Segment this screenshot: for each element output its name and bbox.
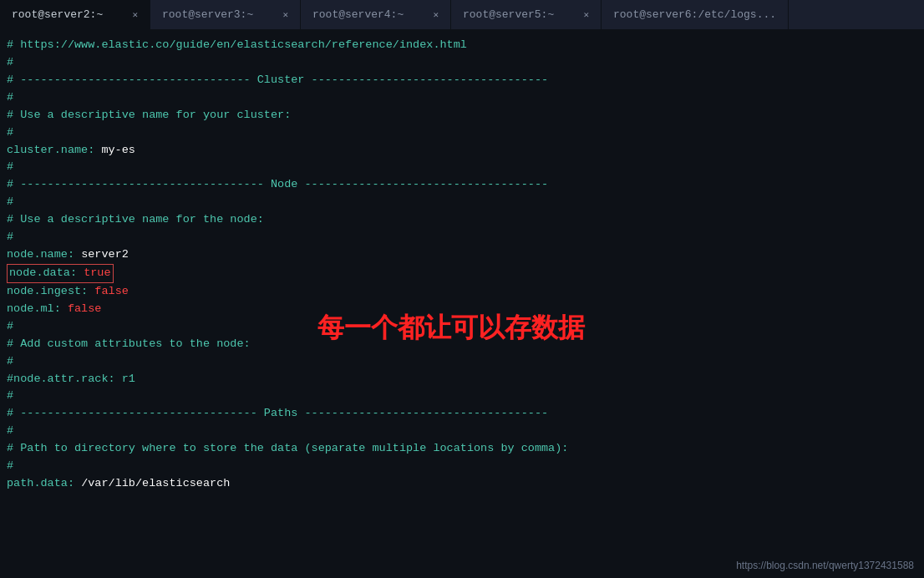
terminal-line: # Add custom attributes to the node: xyxy=(7,336,924,353)
tab-server5[interactable]: root@server5:~ ✕ xyxy=(451,0,602,29)
terminal-line: # https://www.elastic.co/guide/en/elasti… xyxy=(7,37,924,54)
terminal-line: # xyxy=(7,318,924,336)
terminal-line: # xyxy=(7,54,924,72)
tab-close-server2[interactable]: ✕ xyxy=(132,9,138,20)
tab-bar: root@server2:~ ✕ root@server3:~ ✕ root@s… xyxy=(0,0,924,30)
terminal-content: # https://www.elastic.co/guide/en/elasti… xyxy=(0,30,924,578)
tab-close-server4[interactable]: ✕ xyxy=(433,9,439,20)
terminal-line: # xyxy=(7,388,924,405)
terminal-line: # xyxy=(7,159,924,176)
tab-label-server4: root@server4:~ xyxy=(312,8,404,21)
terminal-line: # xyxy=(7,423,924,440)
tab-close-server3[interactable]: ✕ xyxy=(282,9,288,20)
terminal-line: # xyxy=(7,194,924,211)
tab-label-server6: root@server6:/etc/logs... xyxy=(613,8,776,21)
terminal-line: # Use a descriptive name for your cluste… xyxy=(7,107,924,124)
tab-label-server3: root@server3:~ xyxy=(162,8,253,21)
terminal-line: node.name: server2 xyxy=(7,246,924,264)
tab-close-server5[interactable]: ✕ xyxy=(583,9,589,20)
terminal-line: # xyxy=(7,124,924,142)
terminal-line: # xyxy=(7,353,924,371)
terminal-line: node.ml: false xyxy=(7,301,924,318)
terminal-line: #node.attr.rack: r1 xyxy=(7,371,924,388)
terminal-line: cluster.name: my-es xyxy=(7,142,924,160)
terminal-line: # ------------------------------------ N… xyxy=(7,176,924,194)
terminal-line: # Path to directory where to store the d… xyxy=(7,440,924,458)
terminal-line: path.data: /var/lib/elasticsearch xyxy=(7,475,924,493)
terminal-line: # Use a descriptive name for the node: xyxy=(7,211,924,229)
tab-label-server2: root@server2:~ xyxy=(12,8,103,21)
terminal-line: # xyxy=(7,458,924,475)
terminal-line: # xyxy=(7,229,924,246)
terminal-line: node.data: true xyxy=(7,264,924,283)
terminal-line: # xyxy=(7,89,924,107)
watermark: https://blog.csdn.net/qwerty1372431588 xyxy=(736,560,914,571)
terminal-line: # ---------------------------------- Clu… xyxy=(7,72,924,89)
tab-server4[interactable]: root@server4:~ ✕ xyxy=(301,0,451,29)
tab-server3[interactable]: root@server3:~ ✕ xyxy=(150,0,301,29)
tab-label-server5: root@server5:~ xyxy=(463,8,554,21)
tab-server6[interactable]: root@server6:/etc/logs... xyxy=(602,0,789,29)
highlight-box: node.data: true xyxy=(7,264,114,283)
terminal-line: # ----------------------------------- Pa… xyxy=(7,405,924,423)
terminal-line: node.ingest: false xyxy=(7,283,924,301)
tab-server2[interactable]: root@server2:~ ✕ xyxy=(0,0,150,29)
